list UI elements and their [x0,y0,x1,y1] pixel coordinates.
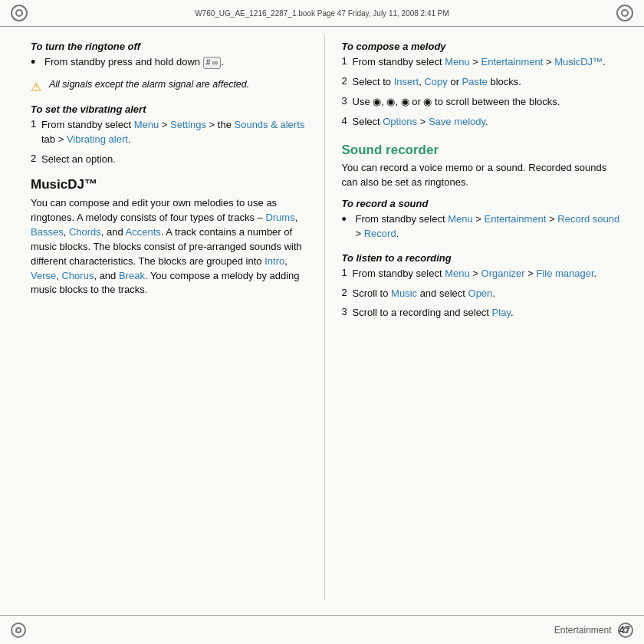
header-text: W760_UG_AE_1216_2287_1.book Page 47 Frid… [28,9,616,18]
record-sound-bullet: • From standby select Menu > Entertainme… [342,212,622,245]
listen-step1: 1 From standby select Menu > Organizer >… [342,267,622,284]
listen-step2: 2 Scroll to Music and select Open. [342,287,622,304]
vibrating-step1: 1 From standby select Menu > Settings > … [31,118,310,150]
record-bullet-dot: • [342,212,353,245]
record-sound-title: To record a sound [342,198,622,209]
listen-step2-text: Scroll to Music and select Open. [353,287,495,301]
compose-step1-text: From standby select Menu > Entertainment… [353,55,606,70]
warning-icon: ⚠ [31,80,44,94]
warning-text: All signals except the alarm signal are … [49,79,249,90]
vibrating-step1-text: From standby select Menu > Settings > th… [41,118,310,147]
compose-step1: 1 From standby select Menu > Entertainme… [342,55,622,73]
vibrating-step2-text: Select an option. [41,153,116,167]
step-num-2: 2 [31,153,41,170]
top-right-deco [616,5,633,21]
hash-key: # ∞ [203,57,221,69]
vibrating-step2: 2 Select an option. [31,153,310,170]
compose-title: To compose a melody [342,41,622,52]
footer: Entertainment 47 [0,615,644,644]
vibrating-alert-title: To set the vibrating alert [31,104,310,115]
warning-block: ⚠ All signals except the alarm signal ar… [31,79,310,94]
compose-num-4: 4 [342,115,353,133]
compose-num-3: 3 [342,95,353,113]
musicdj-heading: MusicDJ™ [31,177,310,192]
right-column: To compose a melody 1 From standby selec… [325,34,645,600]
ringtone-off-bullet: • From standby press and hold down # ∞. [31,55,310,73]
step-num-1: 1 [31,118,41,150]
ringtone-off-title: To turn the ringtone off [31,41,310,52]
listen-step1-text: From standby select Menu > Organizer > F… [353,267,597,281]
compose-step4: 4 Select Options > Save melody. [342,115,622,133]
bottom-right-deco [618,623,633,638]
compose-num-2: 2 [342,75,353,93]
listen-recording-title: To listen to a recording [342,252,622,264]
top-left-deco [11,5,28,21]
bullet-dot: • [31,55,41,73]
listen-num-1: 1 [342,267,353,284]
record-sound-text: From standby select Menu > Entertainment… [356,212,622,242]
content-area: To turn the ringtone off • From standby … [0,27,644,608]
musicdj-body: You can compose and edit your own melodi… [31,196,310,297]
compose-step3-text: Use ◉, ◉, ◉ or ◉ to scroll between the b… [353,95,560,110]
compose-step4-text: Select Options > Save melody. [353,115,488,130]
sound-recorder-intro: You can record a voice memo or a sound. … [342,161,622,190]
compose-num-1: 1 [342,55,353,73]
listen-step3-text: Scroll to a recording and select Play. [353,306,514,320]
listen-num-2: 2 [342,287,353,304]
listen-step3: 3 Scroll to a recording and select Play. [342,306,622,324]
compose-step2: 2 Select to Insert, Copy or Paste blocks… [342,75,622,93]
ringtone-off-text: From standby press and hold down # ∞. [44,55,224,70]
page: W760_UG_AE_1216_2287_1.book Page 47 Frid… [0,0,644,644]
left-column: To turn the ringtone off • From standby … [0,34,325,600]
footer-label: Entertainment [554,625,612,636]
bottom-left-deco [11,623,26,638]
compose-step2-text: Select to Insert, Copy or Paste blocks. [353,75,521,90]
listen-num-3: 3 [342,306,353,324]
header-bar: W760_UG_AE_1216_2287_1.book Page 47 Frid… [0,0,644,27]
compose-step3: 3 Use ◉, ◉, ◉ or ◉ to scroll between the… [342,95,622,113]
sound-recorder-heading: Sound recorder [342,143,622,158]
